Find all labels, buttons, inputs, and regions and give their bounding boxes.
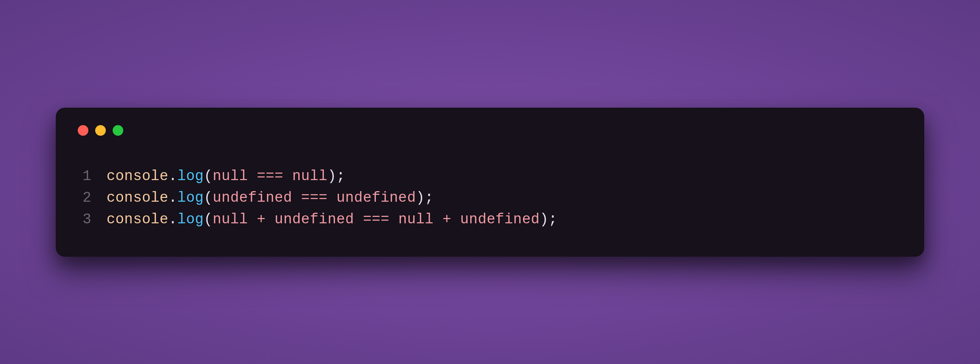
token-punct: .: [169, 168, 177, 184]
token-punct: .: [169, 189, 177, 206]
token-space: [354, 211, 363, 227]
code-area[interactable]: 1 console.log(null === null); 2 console.…: [78, 165, 902, 230]
close-button[interactable]: [78, 125, 88, 136]
window-controls: [78, 125, 902, 136]
token-operator: ===: [363, 211, 390, 227]
token-space: [292, 189, 301, 206]
token-method: log: [177, 189, 204, 206]
token-punct: .: [169, 211, 177, 227]
token-punct: ): [328, 168, 336, 184]
token-operator: ===: [301, 189, 328, 206]
token-punct: (: [204, 211, 212, 227]
code-line: 3 console.log(null + undefined === null …: [80, 208, 902, 230]
code-window: 1 console.log(null === null); 2 console.…: [56, 108, 924, 257]
token-keyword: null: [213, 168, 248, 184]
line-number: 2: [80, 187, 107, 208]
line-number: 3: [80, 208, 107, 230]
code-line: 2 console.log(undefined === undefined);: [80, 187, 902, 208]
code-content: console.log(null === null);: [107, 165, 345, 187]
token-keyword: null: [398, 211, 433, 227]
token-keyword: null: [292, 168, 327, 184]
token-space: [451, 211, 460, 227]
token-space: [248, 168, 257, 184]
token-space: [266, 211, 275, 227]
code-line: 1 console.log(null === null);: [80, 165, 902, 187]
token-keyword: null: [213, 211, 248, 227]
token-punct: (: [204, 168, 212, 184]
token-space: [328, 189, 336, 206]
token-operator: ===: [257, 168, 283, 184]
code-content: console.log(null + undefined === null + …: [107, 208, 557, 230]
token-keyword: undefined: [336, 189, 416, 206]
token-punct: ;: [425, 189, 433, 206]
code-content: console.log(undefined === undefined);: [107, 187, 433, 208]
token-punct: (: [204, 189, 212, 206]
token-object: console: [107, 168, 169, 184]
token-operator: +: [442, 211, 451, 227]
token-method: log: [177, 168, 204, 184]
token-punct: ): [416, 189, 425, 206]
token-method: log: [177, 211, 204, 227]
token-punct: ;: [336, 168, 345, 184]
token-space: [433, 211, 442, 227]
token-keyword: undefined: [213, 189, 293, 206]
token-punct: ): [540, 211, 549, 227]
line-number: 1: [80, 165, 107, 187]
token-operator: +: [257, 211, 266, 227]
token-object: console: [107, 211, 169, 227]
token-keyword: undefined: [275, 211, 354, 227]
minimize-button[interactable]: [95, 125, 106, 136]
token-keyword: undefined: [460, 211, 540, 227]
token-space: [248, 211, 257, 227]
token-punct: ;: [549, 211, 557, 227]
token-space: [283, 168, 292, 184]
token-object: console: [107, 189, 169, 206]
token-space: [390, 211, 398, 227]
maximize-button[interactable]: [113, 125, 123, 136]
